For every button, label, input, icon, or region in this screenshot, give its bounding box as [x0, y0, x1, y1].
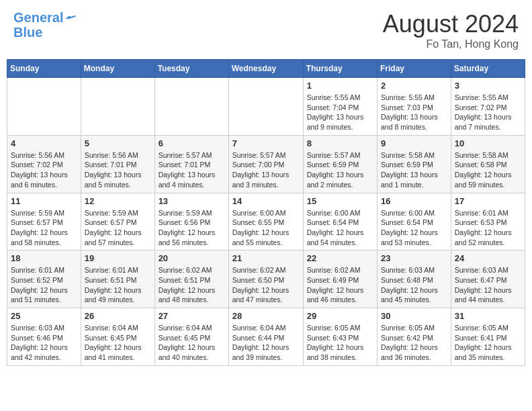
calendar-cell: 6Sunrise: 5:57 AM Sunset: 7:01 PM Daylig… — [154, 135, 228, 193]
day-number: 4 — [11, 138, 77, 148]
weekday-header-thursday: Thursday — [303, 60, 377, 78]
calendar-table: SundayMondayTuesdayWednesdayThursdayFrid… — [7, 59, 525, 366]
day-number: 25 — [11, 311, 77, 321]
day-number: 9 — [381, 138, 447, 148]
calendar-cell: 8Sunrise: 5:57 AM Sunset: 6:59 PM Daylig… — [303, 135, 377, 193]
day-info: Sunrise: 6:05 AM Sunset: 6:42 PM Dayligh… — [381, 323, 447, 363]
day-info: Sunrise: 6:03 AM Sunset: 6:46 PM Dayligh… — [11, 323, 77, 363]
day-number: 12 — [85, 196, 151, 206]
day-number: 20 — [159, 253, 225, 263]
day-number: 6 — [159, 138, 225, 148]
day-info: Sunrise: 6:03 AM Sunset: 6:47 PM Dayligh… — [455, 265, 521, 305]
day-number: 17 — [455, 196, 521, 206]
day-info: Sunrise: 5:55 AM Sunset: 7:02 PM Dayligh… — [455, 93, 521, 132]
calendar-cell: 20Sunrise: 6:02 AM Sunset: 6:51 PM Dayli… — [154, 250, 228, 308]
day-info: Sunrise: 6:04 AM Sunset: 6:44 PM Dayligh… — [232, 323, 300, 363]
day-number: 31 — [455, 311, 521, 321]
calendar-cell: 22Sunrise: 6:02 AM Sunset: 6:49 PM Dayli… — [303, 250, 377, 308]
weekday-header-monday: Monday — [81, 60, 154, 78]
day-number: 2 — [381, 81, 447, 91]
day-number: 7 — [232, 138, 300, 148]
calendar-cell: 21Sunrise: 6:02 AM Sunset: 6:50 PM Dayli… — [228, 250, 303, 308]
title-area: August 2024 Fo Tan, Hong Kong — [383, 10, 519, 50]
weekday-header-sunday: Sunday — [7, 60, 81, 78]
calendar-cell: 16Sunrise: 6:00 AM Sunset: 6:54 PM Dayli… — [378, 193, 451, 250]
calendar-week-4: 18Sunrise: 6:01 AM Sunset: 6:52 PM Dayli… — [7, 250, 525, 308]
day-info: Sunrise: 5:56 AM Sunset: 7:02 PM Dayligh… — [11, 150, 77, 190]
calendar-cell: 27Sunrise: 6:04 AM Sunset: 6:45 PM Dayli… — [154, 308, 228, 366]
page-header: General Blue August 2024 Fo Tan, Hong Ko… — [7, 7, 525, 54]
day-number: 19 — [85, 253, 151, 263]
day-info: Sunrise: 6:05 AM Sunset: 6:41 PM Dayligh… — [455, 323, 521, 363]
day-number: 14 — [232, 196, 300, 206]
day-number: 24 — [455, 253, 521, 263]
calendar-week-2: 4Sunrise: 5:56 AM Sunset: 7:02 PM Daylig… — [7, 135, 525, 193]
day-info: Sunrise: 6:00 AM Sunset: 6:54 PM Dayligh… — [381, 208, 447, 248]
calendar-cell: 9Sunrise: 5:58 AM Sunset: 6:59 PM Daylig… — [378, 135, 451, 193]
calendar-cell: 18Sunrise: 6:01 AM Sunset: 6:52 PM Dayli… — [7, 250, 81, 308]
calendar-cell — [228, 78, 303, 136]
calendar-cell — [7, 78, 81, 136]
weekday-header-tuesday: Tuesday — [154, 60, 228, 78]
day-info: Sunrise: 6:05 AM Sunset: 6:43 PM Dayligh… — [307, 323, 373, 363]
day-number: 5 — [85, 138, 151, 148]
day-info: Sunrise: 5:59 AM Sunset: 6:57 PM Dayligh… — [85, 208, 151, 248]
month-title: August 2024 — [383, 10, 519, 38]
day-info: Sunrise: 5:56 AM Sunset: 7:01 PM Dayligh… — [85, 150, 151, 190]
calendar-cell: 14Sunrise: 6:00 AM Sunset: 6:55 PM Dayli… — [228, 193, 303, 250]
day-info: Sunrise: 5:57 AM Sunset: 7:01 PM Dayligh… — [159, 150, 225, 190]
day-info: Sunrise: 5:58 AM Sunset: 6:59 PM Dayligh… — [381, 150, 447, 190]
day-number: 30 — [381, 311, 447, 321]
calendar-cell: 10Sunrise: 5:58 AM Sunset: 6:58 PM Dayli… — [451, 135, 525, 193]
calendar-cell: 24Sunrise: 6:03 AM Sunset: 6:47 PM Dayli… — [451, 250, 525, 308]
day-info: Sunrise: 5:59 AM Sunset: 6:56 PM Dayligh… — [159, 208, 225, 248]
calendar-cell — [81, 78, 154, 136]
day-number: 13 — [159, 196, 225, 206]
calendar-cell: 23Sunrise: 6:03 AM Sunset: 6:48 PM Dayli… — [378, 250, 451, 308]
calendar-header: SundayMondayTuesdayWednesdayThursdayFrid… — [7, 60, 525, 78]
day-number: 16 — [381, 196, 447, 206]
calendar-cell: 30Sunrise: 6:05 AM Sunset: 6:42 PM Dayli… — [378, 308, 451, 366]
weekday-header-saturday: Saturday — [451, 60, 525, 78]
day-info: Sunrise: 5:58 AM Sunset: 6:58 PM Dayligh… — [455, 150, 521, 190]
day-info: Sunrise: 6:02 AM Sunset: 6:49 PM Dayligh… — [307, 265, 373, 305]
calendar-cell: 11Sunrise: 5:59 AM Sunset: 6:57 PM Dayli… — [7, 193, 81, 250]
day-info: Sunrise: 6:04 AM Sunset: 6:45 PM Dayligh… — [85, 323, 151, 363]
calendar-cell: 25Sunrise: 6:03 AM Sunset: 6:46 PM Dayli… — [7, 308, 81, 366]
calendar-cell: 4Sunrise: 5:56 AM Sunset: 7:02 PM Daylig… — [7, 135, 81, 193]
day-info: Sunrise: 6:02 AM Sunset: 6:50 PM Dayligh… — [232, 265, 300, 305]
day-number: 18 — [11, 253, 77, 263]
day-number: 26 — [85, 311, 151, 321]
calendar-cell: 28Sunrise: 6:04 AM Sunset: 6:44 PM Dayli… — [228, 308, 303, 366]
day-number: 8 — [307, 138, 373, 148]
calendar-cell: 19Sunrise: 6:01 AM Sunset: 6:51 PM Dayli… — [81, 250, 154, 308]
day-info: Sunrise: 5:57 AM Sunset: 7:00 PM Dayligh… — [232, 150, 300, 190]
calendar-cell: 31Sunrise: 6:05 AM Sunset: 6:41 PM Dayli… — [451, 308, 525, 366]
day-info: Sunrise: 6:04 AM Sunset: 6:45 PM Dayligh… — [159, 323, 225, 363]
logo: General Blue — [13, 10, 77, 40]
day-number: 10 — [455, 138, 521, 148]
day-number: 15 — [307, 196, 373, 206]
day-number: 23 — [381, 253, 447, 263]
calendar-cell: 26Sunrise: 6:04 AM Sunset: 6:45 PM Dayli… — [81, 308, 154, 366]
weekday-header-row: SundayMondayTuesdayWednesdayThursdayFrid… — [7, 60, 525, 78]
day-number: 1 — [307, 81, 373, 91]
day-info: Sunrise: 6:00 AM Sunset: 6:54 PM Dayligh… — [307, 208, 373, 248]
day-info: Sunrise: 6:01 AM Sunset: 6:51 PM Dayligh… — [85, 265, 151, 305]
calendar-cell: 15Sunrise: 6:00 AM Sunset: 6:54 PM Dayli… — [303, 193, 377, 250]
logo-bird-icon — [64, 13, 77, 21]
calendar-cell: 2Sunrise: 5:55 AM Sunset: 7:03 PM Daylig… — [378, 78, 451, 136]
calendar-body: 1Sunrise: 5:55 AM Sunset: 7:04 PM Daylig… — [7, 78, 525, 366]
day-info: Sunrise: 6:01 AM Sunset: 6:52 PM Dayligh… — [11, 265, 77, 305]
day-number: 11 — [11, 196, 77, 206]
day-info: Sunrise: 6:03 AM Sunset: 6:48 PM Dayligh… — [381, 265, 447, 305]
day-number: 22 — [307, 253, 373, 263]
calendar-cell: 7Sunrise: 5:57 AM Sunset: 7:00 PM Daylig… — [228, 135, 303, 193]
day-info: Sunrise: 5:55 AM Sunset: 7:03 PM Dayligh… — [381, 93, 447, 132]
calendar-cell: 17Sunrise: 6:01 AM Sunset: 6:53 PM Dayli… — [451, 193, 525, 250]
calendar-cell: 13Sunrise: 5:59 AM Sunset: 6:56 PM Dayli… — [154, 193, 228, 250]
calendar-cell: 3Sunrise: 5:55 AM Sunset: 7:02 PM Daylig… — [451, 78, 525, 136]
day-number: 27 — [159, 311, 225, 321]
calendar-cell: 29Sunrise: 6:05 AM Sunset: 6:43 PM Dayli… — [303, 308, 377, 366]
location: Fo Tan, Hong Kong — [383, 38, 519, 50]
